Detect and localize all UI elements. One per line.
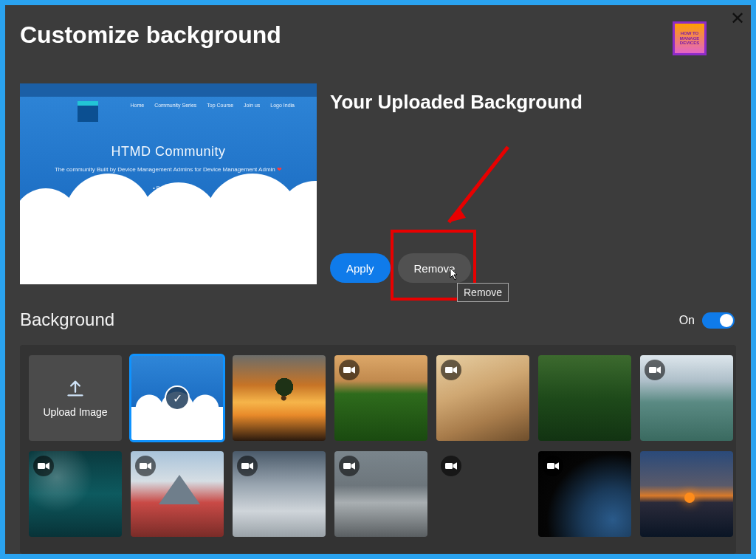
video-icon bbox=[645, 360, 665, 380]
logo-line2: MANAGE bbox=[680, 36, 700, 41]
background-tile-island[interactable] bbox=[334, 451, 427, 537]
background-tile-lake[interactable] bbox=[640, 355, 733, 441]
svg-line-0 bbox=[449, 147, 508, 222]
svg-rect-9 bbox=[38, 463, 45, 469]
background-tile-ocean[interactable] bbox=[29, 451, 122, 537]
video-icon bbox=[543, 456, 563, 476]
remove-button[interactable]: Remove bbox=[398, 253, 472, 283]
upload-icon bbox=[65, 378, 86, 399]
background-section-title: Background bbox=[20, 309, 114, 330]
upload-image-tile[interactable]: Upload Image bbox=[29, 355, 122, 441]
preview-subtitle: The community Built by Device Management… bbox=[20, 166, 317, 173]
background-tile-city[interactable] bbox=[436, 451, 529, 537]
upload-image-label: Upload Image bbox=[43, 406, 107, 418]
svg-marker-8 bbox=[657, 366, 661, 373]
background-tile-desert[interactable] bbox=[436, 355, 529, 441]
video-icon bbox=[135, 456, 156, 476]
svg-rect-19 bbox=[547, 463, 554, 469]
background-tile-forest[interactable] bbox=[538, 355, 631, 441]
logo-line1: HOW TO bbox=[681, 31, 699, 36]
svg-marker-1 bbox=[449, 209, 466, 222]
background-tile-ocean-sunset[interactable] bbox=[640, 451, 733, 537]
video-icon bbox=[339, 456, 360, 476]
video-icon bbox=[33, 456, 54, 476]
video-icon bbox=[237, 456, 258, 476]
video-icon bbox=[441, 456, 461, 476]
svg-rect-15 bbox=[343, 463, 351, 469]
svg-rect-3 bbox=[343, 367, 351, 373]
brand-logo: HOW TO MANAGE DEVICES bbox=[673, 21, 707, 55]
uploaded-section-title: Your Uploaded Background bbox=[330, 91, 583, 114]
svg-marker-14 bbox=[250, 462, 253, 469]
remove-tooltip: Remove bbox=[457, 283, 509, 302]
logo-line3: DEVICES bbox=[680, 41, 699, 46]
background-tile-mist[interactable] bbox=[233, 451, 326, 537]
background-gallery: Upload Image ✓ bbox=[20, 345, 736, 554]
background-tile-fuji[interactable] bbox=[131, 451, 224, 537]
preview-nav: Home Community Series Top Course Join us… bbox=[130, 103, 295, 108]
heart-icon: ❤ bbox=[277, 166, 282, 173]
svg-marker-4 bbox=[351, 366, 355, 373]
background-toggle-label: On bbox=[679, 314, 695, 327]
apply-button[interactable]: Apply bbox=[330, 253, 391, 283]
preview-title: HTMD Community bbox=[20, 144, 317, 160]
background-tile-current[interactable]: ✓ bbox=[131, 355, 224, 441]
svg-rect-11 bbox=[140, 463, 147, 469]
svg-rect-7 bbox=[649, 367, 656, 373]
background-toggle[interactable] bbox=[702, 312, 735, 329]
svg-marker-12 bbox=[148, 462, 151, 469]
svg-rect-5 bbox=[445, 367, 453, 373]
svg-marker-6 bbox=[453, 366, 457, 373]
svg-marker-10 bbox=[46, 462, 49, 469]
background-tile-earth[interactable] bbox=[538, 451, 631, 537]
close-icon[interactable]: ✕ bbox=[730, 10, 745, 27]
svg-rect-13 bbox=[241, 463, 249, 469]
svg-marker-18 bbox=[453, 462, 457, 469]
background-tile-fields[interactable] bbox=[334, 355, 427, 441]
svg-marker-20 bbox=[555, 462, 559, 469]
background-tile-sunset-tree[interactable] bbox=[233, 355, 326, 441]
video-icon bbox=[441, 360, 461, 380]
checkmark-icon: ✓ bbox=[165, 385, 190, 411]
annotation-arrow bbox=[430, 141, 519, 237]
uploaded-preview: Home Community Series Top Course Join us… bbox=[20, 83, 317, 284]
svg-marker-16 bbox=[351, 462, 355, 469]
page-title: Customize background bbox=[20, 21, 281, 49]
svg-rect-17 bbox=[445, 463, 453, 469]
video-icon bbox=[339, 360, 360, 380]
